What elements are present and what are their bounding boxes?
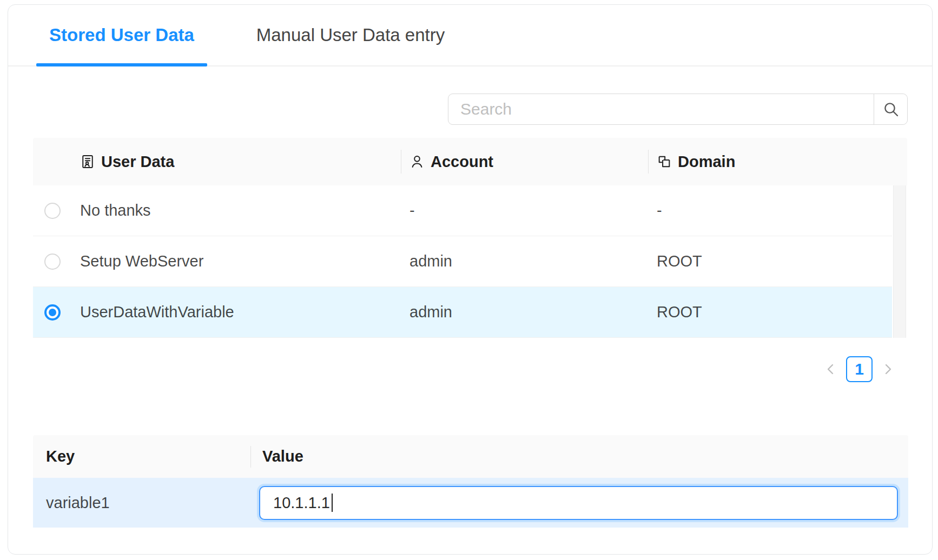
search-box xyxy=(448,94,908,125)
radio-unchecked-icon[interactable] xyxy=(44,254,61,270)
column-header-key: Key xyxy=(33,435,250,478)
row-selector[interactable] xyxy=(33,254,71,270)
table-row-setup-webserver[interactable]: Setup WebServer admin ROOT xyxy=(33,236,892,287)
tab-label: Stored User Data xyxy=(49,25,194,45)
table-header-row: User Data Account Domain xyxy=(33,138,907,185)
radio-checked-icon[interactable] xyxy=(44,304,61,321)
cell-domain: - xyxy=(648,202,892,219)
cell-key: variable1 xyxy=(33,494,250,512)
cell-domain: ROOT xyxy=(648,303,892,321)
row-selector[interactable] xyxy=(33,203,71,219)
chevron-left-icon xyxy=(824,363,837,376)
pagination-prev-button[interactable] xyxy=(824,356,838,382)
block-icon xyxy=(657,154,672,169)
text-cursor xyxy=(332,494,333,512)
table-row-userdatawithvariable[interactable]: UserDataWithVariable admin ROOT xyxy=(33,287,892,338)
column-label: Account xyxy=(431,153,493,171)
page-number: 1 xyxy=(855,360,864,378)
search-icon xyxy=(882,101,900,118)
tab-label: Manual User Data entry xyxy=(256,25,445,45)
column-header-account: Account xyxy=(401,138,648,185)
cell-account: admin xyxy=(401,252,648,270)
chevron-right-icon xyxy=(881,363,894,376)
column-header-value: Value xyxy=(250,435,908,478)
stored-user-data-table: User Data Account Domain xyxy=(33,138,907,338)
pagination-next-button[interactable] xyxy=(881,356,895,382)
cell-account: admin xyxy=(401,303,648,321)
search-button[interactable] xyxy=(874,94,907,124)
column-header-user-data: User Data xyxy=(71,138,401,185)
value-input[interactable]: 10.1.1.1 xyxy=(259,486,898,520)
pagination-page-1[interactable]: 1 xyxy=(846,356,873,382)
table-row-no-thanks[interactable]: No thanks - - xyxy=(33,185,892,236)
table-scrollbar[interactable] xyxy=(893,185,906,338)
cell-user-data: Setup WebServer xyxy=(71,252,401,270)
selection-column-header xyxy=(33,138,71,185)
pagination: 1 xyxy=(824,356,895,382)
row-selector[interactable] xyxy=(33,304,71,321)
user-icon xyxy=(409,154,425,169)
tab-stored-user-data[interactable]: Stored User Data xyxy=(36,5,207,65)
active-tab-indicator xyxy=(36,63,207,66)
cell-value: 10.1.1.1 xyxy=(250,486,908,520)
column-header-domain: Domain xyxy=(648,138,907,185)
cell-domain: ROOT xyxy=(648,252,892,270)
solution-icon xyxy=(80,154,95,169)
cell-account: - xyxy=(401,202,648,219)
tab-bar: Stored User Data Manual User Data entry xyxy=(8,5,932,66)
kv-header-row: Key Value xyxy=(33,435,908,478)
kv-row-variable1: variable1 10.1.1.1 xyxy=(33,478,908,528)
table-body: No thanks - - Setup WebServer admin ROOT xyxy=(33,185,907,338)
column-label: Domain xyxy=(678,153,735,171)
cell-user-data: UserDataWithVariable xyxy=(71,303,401,321)
user-data-panel: Stored User Data Manual User Data entry xyxy=(8,4,933,555)
variables-table: Key Value variable1 10.1.1.1 xyxy=(33,435,908,528)
search-input[interactable] xyxy=(448,94,874,124)
value-text: 10.1.1.1 xyxy=(273,494,330,512)
cell-user-data: No thanks xyxy=(71,202,401,219)
column-label: User Data xyxy=(101,153,174,171)
column-label: Value xyxy=(262,448,303,465)
tab-manual-user-data-entry[interactable]: Manual User Data entry xyxy=(232,5,470,65)
radio-unchecked-icon[interactable] xyxy=(44,203,61,219)
